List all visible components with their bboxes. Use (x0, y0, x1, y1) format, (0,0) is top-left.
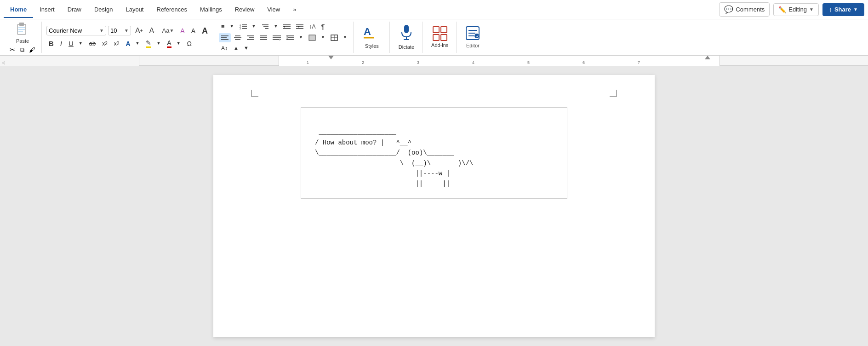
line-spacing-button[interactable] (284, 33, 296, 42)
line-spacing-dropdown[interactable]: ▼ (297, 34, 305, 41)
corner-mark-tr (610, 90, 617, 97)
format-painter-button[interactable]: 🖌 (28, 46, 37, 54)
svg-text:A: A (364, 26, 371, 37)
font-size-selector[interactable]: 10 ▼ (108, 26, 131, 35)
para-row1: ≡ ▼ 123 ▼ ▼ (219, 22, 349, 31)
tab-design[interactable]: Design (88, 1, 119, 17)
tab-insert[interactable]: Insert (33, 1, 61, 17)
svg-rect-2 (18, 27, 25, 28)
tab-overflow[interactable]: » (286, 1, 303, 17)
styles-group: A Styles (354, 22, 390, 53)
cut-button[interactable]: ✂ (8, 46, 17, 54)
special-char-button[interactable]: Ω (185, 39, 194, 48)
text-direction-button[interactable]: A↕ (219, 44, 230, 52)
toolbar: Paste ✂ ⧉ 🖌 Courier New ▼ 10 ▼ A+ A- (0, 19, 868, 55)
bold-button[interactable]: B (46, 39, 56, 48)
svg-text:3: 3 (240, 27, 241, 30)
distributed-button[interactable] (270, 33, 283, 42)
addins-button[interactable]: Add-ins (429, 25, 451, 49)
justify-button[interactable] (257, 33, 269, 42)
align-left-button[interactable] (219, 33, 231, 42)
svg-rect-3 (18, 29, 25, 30)
multilevel-button[interactable] (259, 22, 271, 31)
document-area[interactable]: ____________________ / How about moo? | … (0, 66, 868, 346)
bullets-dropdown[interactable]: ▼ (228, 23, 236, 30)
editor-button[interactable]: ✓ Editor (463, 24, 482, 50)
editor-group: ✓ Editor (457, 22, 488, 53)
shading-button[interactable] (306, 33, 318, 42)
align-right-button[interactable] (245, 33, 257, 42)
text-color-icon: A (167, 40, 171, 48)
decrease-font-button[interactable]: A- (147, 26, 158, 36)
tab-references[interactable]: References (150, 1, 194, 17)
share-label: Share (834, 6, 851, 13)
svg-rect-1 (19, 23, 24, 26)
font-selector[interactable]: Courier New ▼ (46, 26, 106, 35)
editing-button[interactable]: ✏️ Editing ▼ (773, 3, 819, 16)
styles-button[interactable]: A Styles (360, 24, 384, 51)
change-case-button[interactable]: Aa ▼ (160, 26, 177, 35)
increase-indent-button[interactable] (294, 22, 306, 31)
sort-button[interactable]: ↕A (307, 23, 318, 31)
underline-button[interactable]: U (66, 39, 76, 48)
paste-label: Paste (16, 38, 29, 44)
multilevel-group: ▼ (259, 22, 280, 31)
copy-button[interactable]: ⧉ (18, 46, 26, 54)
svg-marker-37 (280, 39, 281, 40)
underline-dropdown[interactable]: ▼ (76, 40, 85, 47)
clear-formatting-button[interactable]: A (178, 26, 187, 35)
paste-button[interactable]: Paste (14, 21, 31, 45)
borders-dropdown[interactable]: ▼ (341, 34, 349, 41)
tab-mailings[interactable]: Mailings (194, 1, 228, 17)
tab-layout[interactable]: Layout (119, 1, 150, 17)
strikethrough-button[interactable]: ab (87, 39, 98, 48)
indent-down-button[interactable]: ▼ (241, 44, 251, 52)
numbering-dropdown[interactable]: ▼ (250, 23, 258, 30)
text-color-button[interactable]: A (165, 38, 173, 49)
ribbon: Home Insert Draw Design Layout Reference… (0, 0, 868, 56)
numbering-button[interactable]: 123 (237, 22, 249, 31)
superscript-button[interactable]: x2 (112, 40, 122, 48)
paste-group: Paste ✂ ⧉ 🖌 (4, 22, 42, 53)
indent-up-button[interactable]: ▲ (231, 44, 241, 52)
underline-group: U ▼ (66, 39, 85, 48)
tab-home[interactable]: Home (4, 1, 33, 17)
editor-label: Editor (466, 43, 480, 48)
align-center-button[interactable] (232, 33, 244, 42)
tab-draw[interactable]: Draw (61, 1, 88, 17)
subscript-button[interactable]: x2 (100, 40, 110, 48)
text-color-dropdown[interactable]: ▼ (174, 40, 183, 47)
borders-button[interactable] (328, 33, 340, 42)
tab-review[interactable]: Review (228, 1, 261, 17)
comments-button[interactable]: 💬 Comments (719, 2, 770, 17)
chevron-down-icon-share: ▼ (853, 7, 858, 12)
microphone-icon (400, 25, 413, 44)
ruler: ◁ 1 2 3 4 5 6 7 (0, 56, 868, 66)
text-effects-button[interactable]: A (189, 26, 198, 35)
ascii-art-box[interactable]: ____________________ / How about moo? | … (301, 107, 567, 199)
multilevel-dropdown[interactable]: ▼ (271, 23, 280, 30)
highlight-dropdown[interactable]: ▼ (154, 40, 163, 47)
dictate-button[interactable]: Dictate (396, 23, 417, 51)
decrease-indent-button[interactable] (281, 22, 293, 31)
svg-rect-44 (309, 35, 315, 40)
share-button[interactable]: ↑ Share ▼ (822, 3, 864, 16)
ruler-left-margin: ◁ (2, 60, 5, 65)
chevron-down-icon: ▼ (809, 7, 814, 12)
text-color-group: A ▼ (165, 38, 183, 49)
font-color-dropdown[interactable]: ▼ (133, 40, 142, 47)
tab-view[interactable]: View (261, 1, 286, 17)
italic-button[interactable]: I (58, 39, 64, 48)
line-spacing-group: ▼ (284, 33, 305, 42)
bullets-button[interactable]: ≡ (219, 22, 227, 31)
size-dropdown-arrow: ▼ (124, 28, 129, 33)
tab-bar: Home Insert Draw Design Layout Reference… (0, 0, 868, 19)
highlight-button[interactable]: ✎ (143, 38, 154, 49)
show-formatting-button[interactable]: ¶ (319, 22, 327, 31)
svg-marker-21 (298, 26, 300, 28)
increase-font-button[interactable]: A+ (133, 26, 145, 36)
font-color-button[interactable]: A (123, 39, 132, 48)
shading-dropdown[interactable]: ▼ (319, 34, 327, 41)
para-row2: ▼ ▼ ▼ (219, 33, 349, 42)
big-a-button[interactable]: A (200, 25, 210, 36)
